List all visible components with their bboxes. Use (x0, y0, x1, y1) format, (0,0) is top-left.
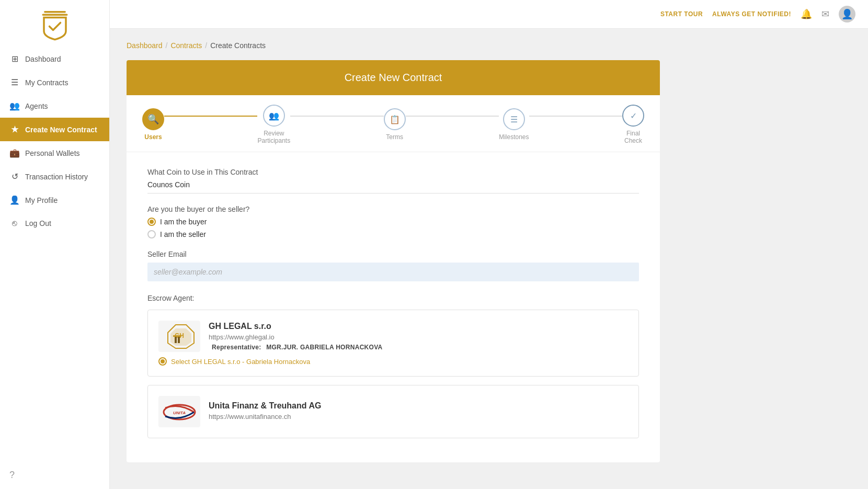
coin-value: Counos Coin (147, 180, 639, 194)
buyer-radio[interactable] (147, 218, 156, 226)
buyer-label: I am the buyer (160, 218, 207, 226)
step-milestones[interactable]: ☰ Milestones (499, 99, 529, 148)
seller-label: I am the seller (160, 230, 206, 238)
step-final-check[interactable]: ✓ Final Check (622, 95, 644, 152)
milestones-icon: ☰ (510, 115, 518, 124)
breadcrumb: Dashboard / Contracts / Create Contracts (127, 41, 851, 50)
step-terms[interactable]: 📋 Terms (384, 99, 406, 148)
sidebar-item-my-profile[interactable]: 👤 My Profile (0, 188, 109, 212)
step-connector-2 (290, 116, 383, 117)
create-contract-icon: ★ (9, 124, 20, 134)
step-final-circle: ✓ (622, 105, 644, 127)
logo-icon (37, 7, 73, 44)
gh-legal-info: GH LEGAL s.r.o https://www.ghlegal.io Re… (209, 322, 628, 351)
sidebar: ⊞ Dashboard ☰ My Contracts 👥 Agents ★ Cr… (0, 0, 110, 489)
form-section: What Coin to Use in This Contract Counos… (127, 152, 660, 462)
sidebar-item-my-contracts[interactable]: ☰ My Contracts (0, 71, 109, 94)
sidebar-item-create-new-contract[interactable]: ★ Create New Contract (0, 118, 109, 141)
sidebar-item-transaction-history[interactable]: ↺ Transaction History (0, 165, 109, 188)
step-review-circle: 👥 (263, 105, 285, 127)
seller-email-input[interactable] (147, 263, 639, 281)
wallets-icon: 💼 (9, 148, 20, 158)
step-connector-1 (164, 116, 257, 117)
contract-card: Create New Contract 🔍 Users 👥 Re (127, 60, 660, 462)
breadcrumb-dashboard[interactable]: Dashboard (127, 41, 163, 50)
mail-icon[interactable]: ✉ (821, 8, 829, 20)
unita-info: Unita Finanz & Treuhand AG https://www.u… (209, 401, 628, 423)
escrow-card-gh-legal: GH GH LEGAL s.r.o https://www.ghlegal.io (147, 310, 639, 377)
dashboard-icon: ⊞ (9, 54, 20, 64)
help-icon[interactable]: ? (0, 461, 109, 489)
unita-name: Unita Finanz & Treuhand AG (209, 401, 628, 411)
review-icon: 👥 (269, 111, 279, 121)
svg-rect-6 (178, 337, 180, 343)
unita-logo: UNITA (158, 396, 200, 427)
seller-option[interactable]: I am the seller (147, 230, 639, 238)
step-connector-3 (406, 116, 499, 117)
topbar: START TOUR ALWAYS GET NOTIFIED! 🔔 ✉ 👤 (110, 0, 868, 29)
steps-bar: 🔍 Users 👥 Review Participants 📋 (127, 95, 660, 152)
unita-url: https://www.unitafinance.ch (209, 413, 628, 420)
svg-rect-1 (42, 14, 67, 16)
svg-text:UNITA: UNITA (173, 411, 186, 415)
contracts-icon: ☰ (9, 77, 20, 87)
card-header: Create New Contract (127, 60, 660, 95)
step-milestones-label: Milestones (499, 133, 529, 141)
user-avatar[interactable]: 👤 (839, 6, 855, 22)
logo (0, 0, 109, 47)
start-tour-link[interactable]: START TOUR (660, 10, 703, 18)
step-final-label: Final Check (622, 130, 644, 144)
checkmark-icon: ✓ (630, 111, 637, 121)
always-notified-link[interactable]: ALWAYS GET NOTIFIED! (712, 10, 791, 18)
gh-legal-select-option[interactable]: Select GH LEGAL s.r.o - Gabriela Hornack… (158, 357, 628, 366)
sidebar-item-dashboard[interactable]: ⊞ Dashboard (0, 47, 109, 71)
step-users[interactable]: 🔍 Users (142, 99, 164, 148)
terms-icon: 📋 (390, 115, 400, 124)
content-area: Dashboard / Contracts / Create Contracts… (110, 29, 868, 489)
step-connector-4 (529, 116, 622, 117)
gh-legal-url: https://www.ghlegal.io (209, 333, 628, 341)
seller-email-label: Seller Email (147, 250, 639, 258)
gh-legal-logo: GH (158, 321, 200, 352)
search-icon: 🔍 (147, 113, 159, 125)
role-label: Are you the buyer or the seller? (147, 205, 639, 213)
sidebar-item-agents[interactable]: 👥 Agents (0, 94, 109, 118)
sidebar-item-personal-wallets[interactable]: 💼 Personal Wallets (0, 141, 109, 165)
step-terms-label: Terms (386, 133, 403, 141)
svg-rect-7 (173, 335, 181, 337)
svg-rect-5 (175, 337, 177, 343)
unita-logo-svg: UNITA (160, 397, 199, 426)
step-review[interactable]: 👥 Review Participants (257, 95, 290, 152)
step-review-label: Review Participants (257, 130, 290, 144)
sidebar-item-log-out[interactable]: ⎋ Log Out (0, 212, 109, 235)
escrow-top-unita: UNITA Unita Finanz & Treuhand AG https:/… (158, 396, 628, 427)
step-users-label: Users (144, 133, 162, 141)
breadcrumb-contracts[interactable]: Contracts (170, 41, 202, 50)
escrow-top-gh: GH GH LEGAL s.r.o https://www.ghlegal.io (158, 321, 628, 352)
step-users-circle: 🔍 (142, 108, 164, 130)
notification-bell-icon[interactable]: 🔔 (801, 8, 812, 20)
logout-icon: ⎋ (9, 219, 20, 228)
history-icon: ↺ (9, 172, 20, 181)
buyer-option[interactable]: I am the buyer (147, 218, 639, 226)
avatar-icon: 👤 (841, 8, 853, 20)
gh-legal-logo-svg: GH (160, 322, 199, 351)
profile-icon: 👤 (9, 195, 20, 205)
escrow-card-unita: UNITA Unita Finanz & Treuhand AG https:/… (147, 385, 639, 438)
agents-icon: 👥 (9, 101, 20, 111)
role-radio-group: I am the buyer I am the seller (147, 218, 639, 238)
gh-legal-name: GH LEGAL s.r.o (209, 322, 628, 331)
seller-radio[interactable] (147, 230, 156, 238)
breadcrumb-current: Create Contracts (210, 41, 266, 50)
main-content: START TOUR ALWAYS GET NOTIFIED! 🔔 ✉ 👤 Da… (110, 0, 868, 489)
sidebar-nav: ⊞ Dashboard ☰ My Contracts 👥 Agents ★ Cr… (0, 47, 109, 461)
step-terms-circle: 📋 (384, 108, 406, 130)
svg-rect-0 (44, 11, 66, 13)
coin-label: What Coin to Use in This Contract (147, 168, 639, 176)
gh-legal-rep: Representative: MGR.JUR. GABRIELA HORNAC… (209, 343, 628, 351)
escrow-label: Escrow Agent: (147, 294, 639, 302)
step-milestones-circle: ☰ (503, 108, 525, 130)
gh-legal-radio[interactable] (158, 357, 167, 366)
